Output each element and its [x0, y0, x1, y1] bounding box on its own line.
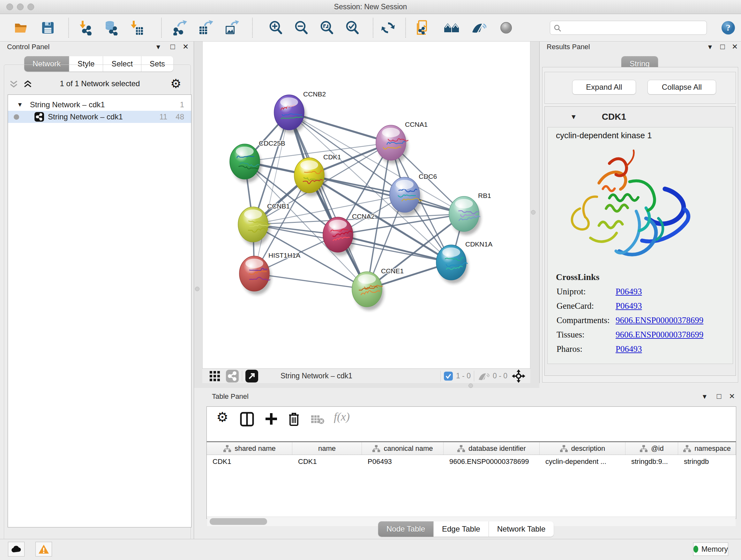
birds-eye-view-icon[interactable] [209, 371, 220, 381]
tab-network-table[interactable]: Network Table [489, 521, 554, 537]
table-panel-float-icon[interactable]: □ [717, 392, 722, 401]
control-panel-float-icon[interactable]: □ [171, 42, 175, 51]
network-edge-CCNB2-CCNE1[interactable] [289, 112, 367, 289]
tab-node-table[interactable]: Node Table [378, 521, 434, 537]
table-options-gear-icon[interactable]: ⚙ [216, 409, 228, 425]
crosslink-link[interactable]: 9606.ENSP00000378699 [616, 315, 703, 325]
network-row[interactable]: String Network – cdk1 11 48 [8, 111, 191, 123]
collection-disclosure-icon[interactable]: ▼ [17, 101, 23, 108]
network-canvas[interactable]: CCNB2CCNA1CDC25BCDK1CDC6RB1CCNB1CCNA2CDK… [202, 42, 530, 368]
column-header-description[interactable]: description [540, 442, 625, 455]
results-panel-float-icon[interactable]: □ [720, 42, 725, 51]
expand-all-button[interactable]: Expand All [572, 80, 636, 95]
warning-status-button[interactable] [36, 542, 52, 557]
zoom-in-icon[interactable] [267, 19, 285, 37]
table-cell[interactable]: stringdb:9... [625, 455, 678, 468]
crosslink-link[interactable]: P06493 [616, 287, 642, 297]
network-node-CDC25B[interactable]: CDC25B [230, 139, 285, 183]
add-column-icon[interactable] [264, 411, 279, 427]
network-node-HIST1H1A[interactable]: HIST1H1A [239, 252, 300, 295]
table-cell[interactable]: 9606.ENSP00000378699 [444, 455, 540, 468]
column-header-shared-name[interactable]: shared name [207, 442, 292, 455]
protein-section-header[interactable]: ▼ CDK1 [545, 107, 736, 127]
export-table-icon[interactable] [197, 19, 215, 37]
open-session-icon[interactable] [12, 19, 30, 37]
show-all-icon[interactable] [497, 19, 515, 37]
column-header-database-identifier[interactable]: database identifier [444, 442, 540, 455]
import-network-file-icon[interactable] [76, 19, 94, 37]
fit-content-crosshair-icon[interactable] [512, 369, 525, 383]
table-cell[interactable]: P06493 [362, 455, 444, 468]
column-header-canonical-name[interactable]: canonical name [362, 442, 444, 455]
control-panel-close-icon[interactable]: ✕ [183, 43, 189, 51]
protein-disclosure-icon[interactable]: ▼ [570, 113, 577, 121]
network-collection-row[interactable]: ▼ String Network – cdk1 1 [8, 99, 191, 111]
horizontal-splitter-handle[interactable] [468, 383, 473, 388]
network-edge-CDK1-RB1[interactable] [309, 175, 464, 214]
export-image-icon[interactable] [222, 19, 240, 37]
string-view-icon[interactable] [226, 370, 239, 382]
clone-network-icon[interactable] [414, 19, 432, 37]
cloud-status-button[interactable] [8, 542, 24, 557]
left-splitter-handle[interactable] [195, 287, 199, 291]
table-panel-menu-icon[interactable]: ▼ [701, 393, 708, 400]
crosslink-link[interactable]: 9606.ENSP00000378699 [616, 330, 703, 340]
scrollbar-thumb[interactable] [210, 518, 267, 525]
import-table-file-icon[interactable] [127, 19, 145, 37]
help-icon[interactable]: ? [719, 19, 737, 37]
results-panel-close-icon[interactable]: ✕ [732, 43, 738, 51]
zoom-selected-icon[interactable] [343, 19, 361, 37]
export-network-icon[interactable] [172, 19, 189, 37]
column-header-label: description [571, 444, 605, 453]
memory-button[interactable]: Memory [693, 543, 728, 556]
crosslink-row: Uniprot:P06493 [556, 287, 733, 297]
hide-selected-icon[interactable] [469, 19, 487, 37]
table-cell[interactable]: CDK1 [207, 455, 292, 468]
column-header-name[interactable]: name [292, 442, 362, 455]
hidden-eye-slash-icon[interactable] [477, 371, 489, 381]
table-panel-close-icon[interactable]: ✕ [729, 392, 735, 401]
save-session-icon[interactable] [39, 19, 57, 37]
table-cell[interactable]: stringdb [678, 455, 736, 468]
results-panel-menu-icon[interactable]: ▼ [707, 44, 713, 51]
zoom-out-icon[interactable] [292, 19, 310, 37]
network-node-RB1[interactable]: RB1 [449, 192, 491, 235]
search-field[interactable] [550, 21, 707, 35]
network-edge-CCNA2-CDKN1A[interactable] [338, 235, 451, 262]
first-neighbors-icon[interactable] [443, 19, 461, 37]
selected-checkbox-icon[interactable] [444, 372, 453, 381]
table-cell[interactable]: cyclin-dependent ... [540, 455, 625, 468]
crosslink-link[interactable]: P06493 [616, 301, 642, 311]
network-node-CCNA1[interactable]: CCNA1 [376, 121, 428, 164]
network-node-CCNE1[interactable]: CCNE1 [352, 267, 404, 310]
table-cell[interactable]: CDK1 [292, 455, 362, 468]
show-columns-icon[interactable] [240, 411, 254, 427]
control-panel-menu-icon[interactable]: ▼ [155, 44, 161, 51]
import-network-database-icon[interactable] [102, 19, 119, 37]
column-header-namespace[interactable]: namespace [678, 442, 736, 455]
network-edge-CCNE1-HIST1H1A[interactable] [254, 273, 367, 289]
column-header-@id[interactable]: @id [625, 442, 678, 455]
table-row[interactable]: CDK1CDK1P064939606.ENSP00000378699cyclin… [207, 455, 736, 468]
footer-separator [441, 371, 441, 381]
network-node-CCNB2[interactable]: CCNB2 [274, 90, 326, 133]
delete-table-icon[interactable] [311, 415, 325, 425]
collapse-all-button[interactable]: Collapse All [648, 80, 716, 95]
tab-edge-table[interactable]: Edge Table [434, 521, 489, 537]
network-node-CDKN1A[interactable]: CDKN1A [436, 240, 492, 284]
network-node-CCNA2[interactable]: CCNA2 [323, 212, 375, 256]
zoom-fit-icon[interactable] [318, 19, 336, 37]
control-panel-title: Control Panel [7, 43, 50, 51]
delete-column-icon[interactable] [287, 411, 300, 427]
function-builder-icon[interactable]: f(x) [334, 410, 350, 423]
open-in-window-icon[interactable] [246, 370, 258, 382]
search-input[interactable] [564, 22, 701, 33]
network-options-gear-icon[interactable]: ⚙ [171, 77, 181, 91]
footer-separator [474, 371, 474, 381]
collapse-all-icon[interactable] [9, 80, 18, 89]
protein-structure-image[interactable] [560, 143, 697, 271]
right-splitter-handle[interactable] [531, 210, 536, 214]
refresh-view-icon[interactable] [379, 19, 397, 37]
crosslink-link[interactable]: P06493 [616, 344, 642, 354]
expand-all-icon[interactable] [23, 80, 32, 89]
